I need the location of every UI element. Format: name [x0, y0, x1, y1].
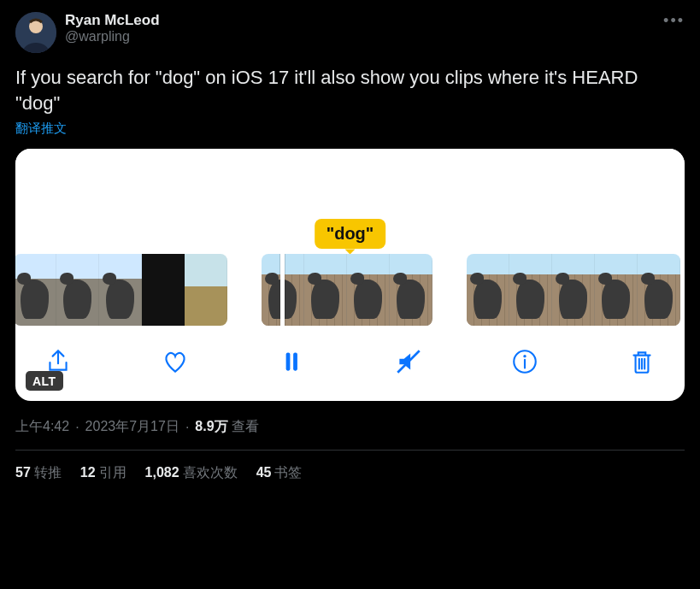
video-frame: [99, 254, 142, 326]
tweet-date[interactable]: 2023年7月17日: [85, 418, 179, 436]
trash-button[interactable]: [625, 345, 659, 379]
likes-label: 喜欢次数: [183, 465, 238, 480]
views-count: 8.9万: [195, 418, 227, 436]
views-label: 查看: [232, 418, 259, 436]
tweet-container: Ryan McLeod @warpling ••• If you search …: [0, 0, 700, 494]
video-frame: [304, 254, 347, 326]
tweet-text: If you search for "dog" on iOS 17 it'll …: [15, 65, 685, 115]
video-frame: [638, 254, 680, 326]
translate-link[interactable]: 翻译推文: [15, 121, 67, 137]
alt-badge[interactable]: ALT: [26, 371, 63, 391]
stats-row: 57转推 12引用 1,082喜欢次数 45书签: [15, 451, 685, 494]
media-card: "dog": [15, 149, 685, 401]
video-frame: [15, 254, 56, 326]
info-button[interactable]: [508, 345, 542, 379]
meta-separator: ·: [75, 420, 79, 435]
likes-stat[interactable]: 1,082喜欢次数: [145, 464, 238, 482]
clip-group-3[interactable]: [467, 254, 680, 326]
retweets-stat[interactable]: 57转推: [15, 464, 62, 482]
video-frame: [467, 254, 509, 326]
retweets-count: 57: [15, 465, 31, 480]
video-frame: [390, 254, 432, 326]
bookmarks-count: 45: [256, 465, 272, 480]
video-frame: [509, 254, 552, 326]
video-frame: [56, 254, 99, 326]
bookmarks-label: 书签: [274, 465, 302, 480]
avatar[interactable]: [15, 12, 56, 53]
mute-button[interactable]: [391, 345, 426, 379]
tweet-meta: 上午4:42 · 2023年7月17日 · 8.9万 查看: [15, 418, 685, 436]
meta-separator: ·: [185, 420, 189, 435]
quotes-count: 12: [80, 465, 96, 480]
quotes-label: 引用: [99, 465, 126, 480]
clip-group-2[interactable]: [262, 254, 432, 326]
bookmarks-stat[interactable]: 45书签: [256, 464, 303, 482]
display-name[interactable]: Ryan McLeod: [65, 12, 160, 29]
video-frame: [142, 254, 185, 326]
retweets-label: 转推: [34, 465, 62, 480]
alt-badge-text: ALT: [32, 374, 56, 388]
svg-rect-2: [286, 353, 291, 371]
more-button[interactable]: •••: [663, 12, 685, 30]
video-frame: [185, 254, 227, 326]
svg-rect-3: [293, 353, 297, 371]
video-frame: [595, 254, 638, 326]
heart-button[interactable]: [158, 345, 192, 379]
video-timeline[interactable]: [15, 254, 685, 326]
playhead[interactable]: [280, 254, 285, 326]
clip-group-1[interactable]: [15, 254, 227, 326]
handle[interactable]: @warpling: [65, 29, 160, 44]
video-frame: [347, 254, 390, 326]
caption-bubble: "dog": [315, 219, 386, 249]
video-frame: [552, 254, 595, 326]
likes-count: 1,082: [145, 465, 179, 480]
quotes-stat[interactable]: 12引用: [80, 464, 126, 482]
pause-button[interactable]: [274, 345, 309, 379]
tweet-header: Ryan McLeod @warpling •••: [15, 12, 685, 53]
svg-point-6: [524, 355, 526, 357]
caption-text: "dog": [326, 224, 374, 243]
media-toolbar: [15, 326, 685, 401]
media-whitespace: [15, 149, 685, 215]
author-names: Ryan McLeod @warpling: [65, 12, 160, 44]
tweet-time[interactable]: 上午4:42: [15, 418, 69, 436]
